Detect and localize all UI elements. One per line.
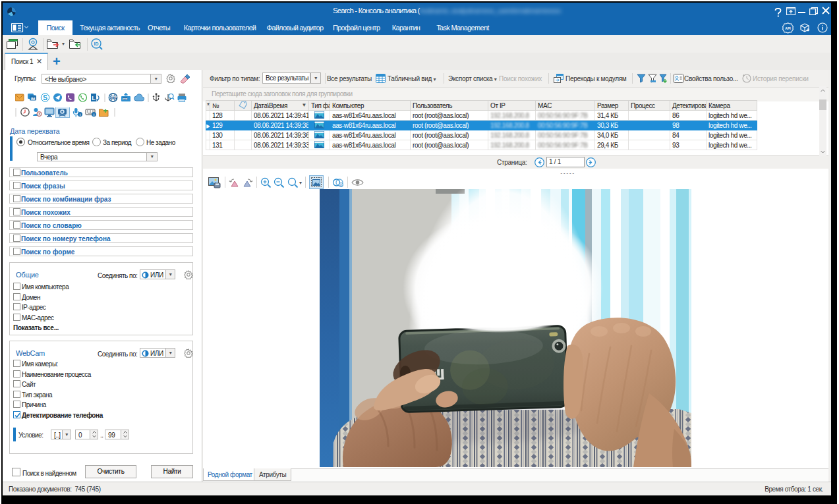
svg-text:IM: IM xyxy=(31,97,36,101)
svg-text:S: S xyxy=(43,94,47,101)
svg-text:⚙: ⚙ xyxy=(339,183,343,187)
svg-text:ID: ID xyxy=(94,42,99,46)
svg-text:FTP: FTP xyxy=(123,98,128,101)
svg-text:HTTP: HTTP xyxy=(109,96,117,99)
svg-text:L: L xyxy=(92,95,96,101)
svg-text:API: API xyxy=(785,26,791,30)
